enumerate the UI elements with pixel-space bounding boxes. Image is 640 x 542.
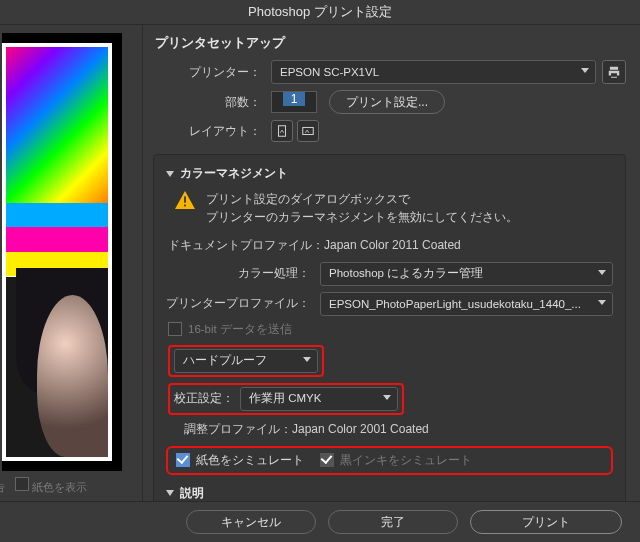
disclosure-icon <box>166 490 174 496</box>
description-title[interactable]: 説明 <box>166 485 613 502</box>
layout-landscape-button[interactable] <box>297 120 319 142</box>
printer-label: プリンター： <box>153 64 271 81</box>
simulate-paper-color-label: 紙色をシミュレート <box>196 452 304 469</box>
warning-icon <box>174 190 196 210</box>
color-management-title[interactable]: カラーマネジメント <box>166 165 613 182</box>
rendering-intent-select[interactable]: ハードプルーフ <box>174 349 318 373</box>
copies-input[interactable]: 1 <box>271 91 317 113</box>
chevron-down-icon <box>598 300 606 305</box>
svg-rect-0 <box>279 126 286 137</box>
dialog-button-bar: キャンセル 完了 プリント <box>0 501 640 542</box>
chevron-down-icon <box>383 395 391 400</box>
disclosure-icon <box>166 171 174 177</box>
layout-portrait-button[interactable] <box>271 120 293 142</box>
cancel-button[interactable]: キャンセル <box>186 510 316 534</box>
layout-label: レイアウト： <box>153 123 271 140</box>
color-management-panel: カラーマネジメント プリント設定のダイアログボックスで プリンターのカラーマネジ… <box>153 154 626 515</box>
color-handling-label: カラー処理： <box>166 265 320 282</box>
simulate-black-ink-checkbox <box>320 453 334 467</box>
proof-setup-select[interactable]: 作業用 CMYK <box>240 387 398 411</box>
print-button[interactable]: プリント <box>470 510 622 534</box>
match-print-colors-check[interactable]: 警告 <box>0 477 5 495</box>
show-paper-white-check[interactable]: 紙色を表示 <box>15 477 87 495</box>
simulate-black-ink-label: 黒インキをシミュレート <box>340 452 472 469</box>
proof-setup-label: 校正設定： <box>174 390 234 407</box>
chevron-down-icon <box>581 68 589 73</box>
chevron-down-icon <box>303 357 311 362</box>
window-title: Photoshop プリント設定 <box>0 0 640 25</box>
color-handling-select[interactable]: Photoshop によるカラー管理 <box>320 262 613 286</box>
send-16bit-label: 16-bit データを送信 <box>188 322 292 337</box>
svg-rect-2 <box>184 196 186 202</box>
document-profile-text: ドキュメントプロファイル：Japan Color 2011 Coated <box>168 237 613 254</box>
copies-label: 部数： <box>153 94 271 111</box>
warning-text: プリント設定のダイアログボックスで プリンターのカラーマネジメントを無効にしてく… <box>206 190 518 227</box>
svg-rect-3 <box>184 205 186 207</box>
print-preview <box>2 33 122 471</box>
printer-profile-select[interactable]: EPSON_PhotoPaperLight_usudekotaku_1440_.… <box>320 292 613 316</box>
printer-profile-label: プリンタープロファイル： <box>166 295 320 312</box>
chevron-down-icon <box>598 270 606 275</box>
adjust-profile-text: 調整プロファイル：Japan Color 2001 Coated <box>184 421 613 438</box>
done-button[interactable]: 完了 <box>328 510 458 534</box>
printer-select[interactable]: EPSON SC-PX1VL <box>271 60 596 84</box>
simulate-paper-color-checkbox[interactable] <box>176 453 190 467</box>
preview-column: 警告 紙色を表示 <box>0 25 142 515</box>
send-16bit-checkbox <box>168 322 182 336</box>
print-settings-button[interactable]: プリント設定... <box>329 90 445 114</box>
printer-settings-icon-button[interactable] <box>602 60 626 84</box>
printer-setup-title: プリンタセットアップ <box>155 35 626 52</box>
